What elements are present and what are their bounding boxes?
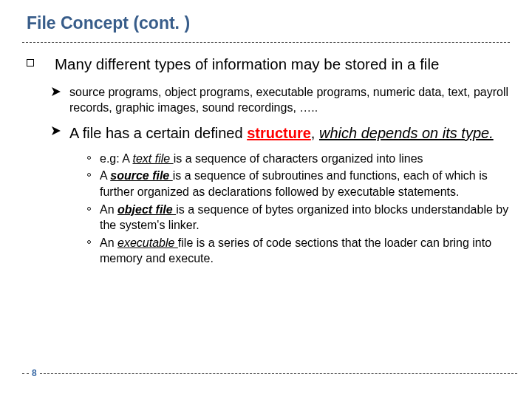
svg-marker-1 — [52, 126, 61, 135]
list-item: A source file is a sequence of subroutin… — [87, 168, 514, 200]
svg-marker-0 — [52, 87, 61, 96]
list-item: An object file is a sequence of bytes or… — [87, 202, 514, 233]
list-item: e.g: A text file is a sequence of charac… — [87, 151, 514, 167]
circle-bullet-icon — [87, 240, 91, 244]
keyword-structure: structure — [247, 125, 311, 141]
arrow-text: source programs, object programs, execut… — [69, 84, 514, 116]
footer-dash-left — [22, 373, 29, 374]
bullet-text: Many different types of information may … — [55, 55, 439, 74]
arrow-icon — [52, 126, 62, 135]
arrow-text: A file has a certain defined structure, … — [69, 123, 494, 143]
text-segment: An — [100, 236, 117, 249]
term-executable: executable — [117, 236, 178, 249]
list-item: An executable file is a series of code s… — [87, 235, 514, 267]
bullet-level-3-list: e.g: A text file is a sequence of charac… — [87, 151, 514, 267]
bullet-level-1: Many different types of information may … — [27, 55, 514, 74]
list-text: e.g: A text file is a sequence of charac… — [100, 151, 423, 167]
text-segment: A — [100, 169, 110, 182]
slide-content: Many different types of information may … — [0, 43, 532, 267]
term-object-file: object file — [117, 203, 176, 216]
square-bullet-icon — [27, 59, 34, 66]
text-segment: e.g: A — [100, 152, 132, 165]
bullet-level-2: A file has a certain defined structure, … — [52, 123, 514, 143]
circle-bullet-icon — [87, 173, 91, 177]
list-text: An object file is a sequence of bytes or… — [100, 202, 514, 233]
arrow-icon — [52, 87, 62, 96]
term-source-file: source file — [110, 169, 172, 182]
term-text-file: text file — [132, 152, 173, 165]
circle-bullet-icon — [87, 207, 91, 211]
text-segment: , — [311, 125, 319, 141]
slide-title: File Concept (cont. ) — [0, 0, 532, 42]
slide-footer: 8 — [22, 368, 517, 378]
footer-dash-right — [40, 373, 517, 374]
circle-bullet-icon — [87, 156, 91, 160]
emphasis-phrase: which depends on its type. — [319, 125, 494, 141]
text-segment: A file has a certain defined — [69, 125, 247, 141]
list-text: An executable file is a series of code s… — [100, 235, 514, 267]
page-number: 8 — [29, 368, 40, 378]
text-segment: An — [100, 203, 117, 216]
text-segment: is a sequence of characters organized in… — [174, 152, 423, 165]
list-text: A source file is a sequence of subroutin… — [100, 168, 514, 200]
bullet-level-2: source programs, object programs, execut… — [52, 84, 514, 116]
